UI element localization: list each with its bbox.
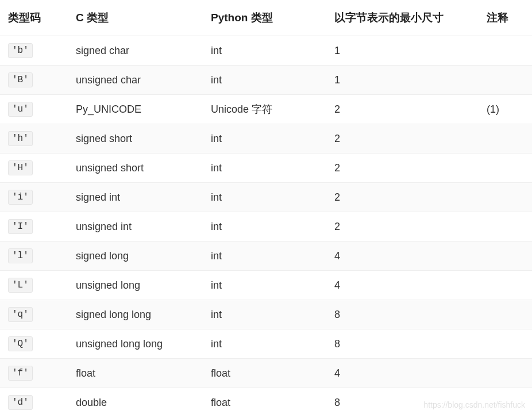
table-row: 'l' signed long int 4 — [0, 241, 532, 271]
typecode-code: 'u' — [8, 102, 33, 117]
cell-minsize: 8 — [326, 388, 479, 415]
table-row: 'd' double float 8 — [0, 388, 532, 415]
table-row: 'B' unsigned char int 1 — [0, 66, 532, 95]
cell-note — [479, 271, 532, 300]
typecode-code: 'I' — [8, 219, 33, 234]
cell-note — [479, 300, 532, 329]
typecode-code: 'L' — [8, 278, 33, 293]
cell-ctype: unsigned long long — [68, 329, 203, 359]
cell-pytype: int — [203, 154, 326, 183]
cell-minsize: 1 — [326, 66, 479, 95]
typecode-code: 'Q' — [8, 336, 33, 351]
cell-pytype: Unicode 字符 — [203, 95, 326, 124]
cell-ctype: unsigned short — [68, 154, 203, 183]
cell-minsize: 2 — [326, 212, 479, 241]
typecode-code: 'b' — [8, 43, 33, 58]
cell-ctype: unsigned int — [68, 212, 203, 241]
cell-typecode: 'h' — [0, 124, 68, 154]
table-row: 'u' Py_UNICODE Unicode 字符 2 (1) — [0, 95, 532, 124]
cell-ctype: double — [68, 388, 203, 415]
cell-minsize: 2 — [326, 95, 479, 124]
cell-typecode: 'B' — [0, 66, 68, 95]
table-row: 'q' signed long long int 8 — [0, 300, 532, 329]
cell-ctype: signed int — [68, 183, 203, 212]
cell-ctype: signed char — [68, 36, 203, 66]
header-minsize: 以字节表示的最小尺寸 — [326, 0, 479, 36]
cell-typecode: 'u' — [0, 95, 68, 124]
typecode-code: 'f' — [8, 366, 33, 381]
cell-note — [479, 183, 532, 212]
cell-pytype: int — [203, 241, 326, 271]
cell-pytype: int — [203, 329, 326, 359]
cell-minsize: 8 — [326, 300, 479, 329]
cell-pytype: int — [203, 212, 326, 241]
cell-typecode: 'd' — [0, 388, 68, 415]
cell-typecode: 'H' — [0, 154, 68, 183]
cell-note — [479, 329, 532, 359]
cell-ctype: signed long long — [68, 300, 203, 329]
cell-minsize: 2 — [326, 183, 479, 212]
cell-ctype: unsigned char — [68, 66, 203, 95]
cell-typecode: 'l' — [0, 241, 68, 271]
cell-ctype: unsigned long — [68, 271, 203, 300]
cell-ctype: signed long — [68, 241, 203, 271]
cell-note — [479, 359, 532, 388]
cell-note — [479, 36, 532, 66]
cell-typecode: 'q' — [0, 300, 68, 329]
table-body: 'b' signed char int 1 'B' unsigned char … — [0, 36, 532, 415]
table-row: 'I' unsigned int int 2 — [0, 212, 532, 241]
cell-note — [479, 154, 532, 183]
header-note: 注释 — [479, 0, 532, 36]
cell-minsize: 4 — [326, 271, 479, 300]
cell-ctype: signed short — [68, 124, 203, 154]
cell-note — [479, 212, 532, 241]
cell-pytype: float — [203, 388, 326, 415]
cell-pytype: int — [203, 66, 326, 95]
table-row: 'b' signed char int 1 — [0, 36, 532, 66]
cell-typecode: 'I' — [0, 212, 68, 241]
typecode-code: 'q' — [8, 307, 33, 322]
table-row: 'f' float float 4 — [0, 359, 532, 388]
cell-typecode: 'Q' — [0, 329, 68, 359]
table-row: 'L' unsigned long int 4 — [0, 271, 532, 300]
header-typecode: 类型码 — [0, 0, 68, 36]
typecode-code: 'l' — [8, 248, 33, 263]
cell-pytype: int — [203, 271, 326, 300]
table-row: 'H' unsigned short int 2 — [0, 154, 532, 183]
cell-note: (1) — [479, 95, 532, 124]
cell-pytype: int — [203, 124, 326, 154]
cell-ctype: Py_UNICODE — [68, 95, 203, 124]
cell-note — [479, 241, 532, 271]
cell-note — [479, 388, 532, 415]
cell-minsize: 1 — [326, 36, 479, 66]
header-ctype: C 类型 — [68, 0, 203, 36]
cell-pytype: float — [203, 359, 326, 388]
typecode-code: 'B' — [8, 72, 33, 87]
typecode-table: 类型码 C 类型 Python 类型 以字节表示的最小尺寸 注释 'b' sig… — [0, 0, 532, 414]
cell-pytype: int — [203, 183, 326, 212]
typecode-code: 'h' — [8, 131, 33, 146]
typecode-code: 'H' — [8, 160, 33, 175]
cell-pytype: int — [203, 300, 326, 329]
cell-minsize: 8 — [326, 329, 479, 359]
typecode-code: 'i' — [8, 190, 33, 205]
cell-minsize: 4 — [326, 241, 479, 271]
header-pytype: Python 类型 — [203, 0, 326, 36]
cell-note — [479, 66, 532, 95]
cell-typecode: 'f' — [0, 359, 68, 388]
cell-pytype: int — [203, 36, 326, 66]
typecode-code: 'd' — [8, 395, 33, 410]
cell-ctype: float — [68, 359, 203, 388]
cell-minsize: 2 — [326, 124, 479, 154]
table-row: 'i' signed int int 2 — [0, 183, 532, 212]
table-row: 'Q' unsigned long long int 8 — [0, 329, 532, 359]
cell-minsize: 4 — [326, 359, 479, 388]
cell-note — [479, 124, 532, 154]
cell-typecode: 'L' — [0, 271, 68, 300]
table-row: 'h' signed short int 2 — [0, 124, 532, 154]
cell-typecode: 'b' — [0, 36, 68, 66]
cell-minsize: 2 — [326, 154, 479, 183]
table-header-row: 类型码 C 类型 Python 类型 以字节表示的最小尺寸 注释 — [0, 0, 532, 36]
cell-typecode: 'i' — [0, 183, 68, 212]
